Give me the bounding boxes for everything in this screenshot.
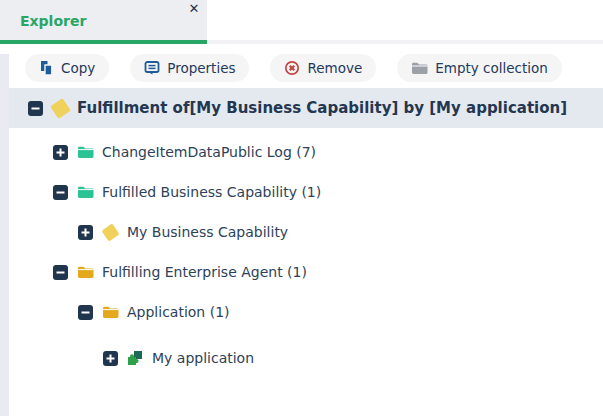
remove-circle-icon	[284, 60, 300, 76]
copy-button[interactable]: Copy	[25, 54, 109, 82]
tree-item-my-business-capability[interactable]: My Business Capability	[0, 212, 603, 252]
empty-collection-button-label: Empty collection	[435, 60, 548, 76]
tree-item-label: My application	[152, 350, 254, 366]
tree-item-fulfilling-enterprise-agent[interactable]: Fulfilling Enterprise Agent (1)	[0, 252, 603, 292]
tree-item-fulfillment-root[interactable]: Fulfillment of[My Business Capability] b…	[9, 88, 603, 128]
properties-bubble-icon	[144, 60, 160, 76]
capability-diamond-icon	[101, 224, 119, 240]
expander-plus-icon[interactable]	[103, 351, 118, 366]
properties-button-label: Properties	[167, 60, 235, 76]
folder-gray-icon	[411, 61, 428, 75]
tree-item-label: ChangeItemDataPublic Log (7)	[102, 144, 316, 160]
empty-collection-button[interactable]: Empty collection	[397, 54, 562, 82]
tree-item-my-application[interactable]: My application	[0, 338, 603, 378]
expander-plus-icon[interactable]	[53, 145, 68, 160]
tree-item-label: My Business Capability	[127, 224, 288, 240]
expander-minus-icon[interactable]	[53, 185, 68, 200]
application-puzzle-icon	[126, 350, 144, 366]
tab-label: Explorer	[0, 0, 86, 42]
explorer-panel: Explorer ✕ Copy	[0, 0, 603, 416]
properties-button[interactable]: Properties	[130, 54, 249, 82]
toolbar: Copy Properties	[25, 54, 603, 82]
tree-item-label: Application (1)	[127, 304, 230, 320]
tree-children: ChangeItemDataPublic Log (7) Fulfilled B…	[0, 132, 603, 378]
remove-button-label: Remove	[307, 60, 362, 76]
copy-button-label: Copy	[61, 60, 95, 76]
tree-item-label: Fulfillment of[My Business Capability] b…	[77, 99, 567, 117]
expander-plus-icon[interactable]	[78, 225, 93, 240]
panel-body: Copy Properties	[0, 54, 603, 416]
expander-minus-icon[interactable]	[28, 101, 43, 116]
expander-minus-icon[interactable]	[78, 305, 93, 320]
folder-teal-icon	[76, 184, 94, 200]
active-tab-indicator	[0, 40, 207, 44]
expander-minus-icon[interactable]	[53, 265, 68, 280]
folder-yellow-icon	[101, 304, 119, 320]
tree-item-changeitemdatapublic-log[interactable]: ChangeItemDataPublic Log (7)	[0, 132, 603, 172]
tree-item-fulfilled-business-capability[interactable]: Fulfilled Business Capability (1)	[0, 172, 603, 212]
tab-explorer[interactable]: Explorer ✕	[0, 0, 207, 40]
folder-teal-icon	[76, 144, 94, 160]
tree-item-label: Fulfilled Business Capability (1)	[102, 184, 321, 200]
tab-bar: Explorer ✕	[0, 0, 603, 44]
tree: Fulfillment of[My Business Capability] b…	[0, 88, 603, 378]
tree-item-application[interactable]: Application (1)	[0, 292, 603, 332]
tree-item-label: Fulfilling Enterprise Agent (1)	[102, 264, 307, 280]
remove-button[interactable]: Remove	[270, 54, 376, 82]
copy-icon	[39, 60, 54, 76]
folder-yellow-icon	[76, 264, 94, 280]
close-icon[interactable]: ✕	[185, 0, 203, 18]
panel-left-border	[0, 54, 9, 416]
capability-diamond-icon	[51, 100, 69, 116]
